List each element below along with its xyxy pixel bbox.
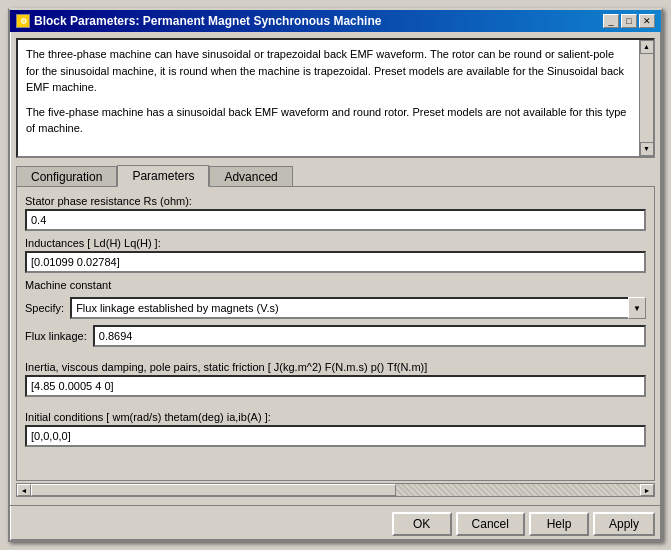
horizontal-scrollbar: ◄ ► — [16, 483, 655, 497]
specify-row: Specify: Flux linkage established by mag… — [25, 297, 646, 319]
scroll-down-button[interactable]: ▼ — [640, 142, 654, 156]
scroll-up-button[interactable]: ▲ — [640, 40, 654, 54]
title-buttons: _ □ ✕ — [603, 14, 655, 28]
scroll-track — [640, 54, 653, 142]
inductances-label: Inductances [ Ld(H) Lq(H) ]: — [25, 237, 646, 249]
initial-label: Initial conditions [ wm(rad/s) thetam(de… — [25, 411, 646, 423]
description-para2: The five-phase machine has a sinusoidal … — [26, 104, 629, 137]
scroll-right-button[interactable]: ► — [640, 484, 654, 496]
machine-constant-row: Machine constant — [25, 279, 646, 291]
scroll-h-thumb[interactable] — [31, 484, 396, 496]
description-text: The three-phase machine can have sinusoi… — [26, 46, 645, 137]
window-title: Block Parameters: Permanent Magnet Synch… — [34, 14, 381, 28]
tab-parameters[interactable]: Parameters — [117, 165, 209, 187]
stator-input[interactable] — [25, 209, 646, 231]
ok-button[interactable]: OK — [392, 512, 452, 536]
inertia-input[interactable] — [25, 375, 646, 397]
description-box: The three-phase machine can have sinusoi… — [16, 38, 655, 158]
title-bar-left: ⚙ Block Parameters: Permanent Magnet Syn… — [16, 14, 381, 28]
tab-configuration[interactable]: Configuration — [16, 166, 117, 188]
inductances-input[interactable] — [25, 251, 646, 273]
specify-select-display[interactable]: Flux linkage established by magnets (V.s… — [70, 297, 646, 319]
inductances-field-row: Inductances [ Ld(H) Lq(H) ]: — [25, 237, 646, 273]
tab-advanced[interactable]: Advanced — [209, 166, 292, 188]
window-icon: ⚙ — [16, 14, 30, 28]
separator2 — [25, 403, 646, 411]
specify-select-wrapper: Flux linkage established by magnets (V.s… — [70, 297, 646, 319]
minimize-button[interactable]: _ — [603, 14, 619, 28]
flux-label: Flux linkage: — [25, 330, 87, 342]
help-button[interactable]: Help — [529, 512, 589, 536]
specify-label: Specify: — [25, 302, 64, 314]
stator-label: Stator phase resistance Rs (ohm): — [25, 195, 646, 207]
machine-constant-label: Machine constant — [25, 279, 646, 291]
stator-field-row: Stator phase resistance Rs (ohm): — [25, 195, 646, 231]
flux-input[interactable] — [93, 325, 646, 347]
inertia-label: Inertia, viscous damping, pole pairs, st… — [25, 361, 646, 373]
maximize-button[interactable]: □ — [621, 14, 637, 28]
scroll-left-button[interactable]: ◄ — [17, 484, 31, 496]
apply-button[interactable]: Apply — [593, 512, 655, 536]
main-window: ⚙ Block Parameters: Permanent Magnet Syn… — [8, 8, 663, 542]
initial-input[interactable] — [25, 425, 646, 447]
description-para1: The three-phase machine can have sinusoi… — [26, 46, 629, 96]
tab-content: Stator phase resistance Rs (ohm): Induct… — [16, 186, 655, 481]
inertia-field-row: Inertia, viscous damping, pole pairs, st… — [25, 361, 646, 397]
specify-select-arrow[interactable]: ▼ — [628, 297, 646, 319]
tabs-row: Configuration Parameters Advanced — [16, 164, 655, 186]
initial-field-row: Initial conditions [ wm(rad/s) thetam(de… — [25, 411, 646, 447]
content-area: The three-phase machine can have sinusoi… — [10, 32, 661, 505]
scroll-indicator: ▲ ▼ — [639, 40, 653, 156]
close-button[interactable]: ✕ — [639, 14, 655, 28]
cancel-button[interactable]: Cancel — [456, 512, 525, 536]
scroll-h-track — [31, 484, 640, 496]
bottom-bar: OK Cancel Help Apply — [10, 505, 661, 540]
title-bar: ⚙ Block Parameters: Permanent Magnet Syn… — [10, 10, 661, 32]
separator1 — [25, 353, 646, 361]
flux-row: Flux linkage: — [25, 325, 646, 347]
